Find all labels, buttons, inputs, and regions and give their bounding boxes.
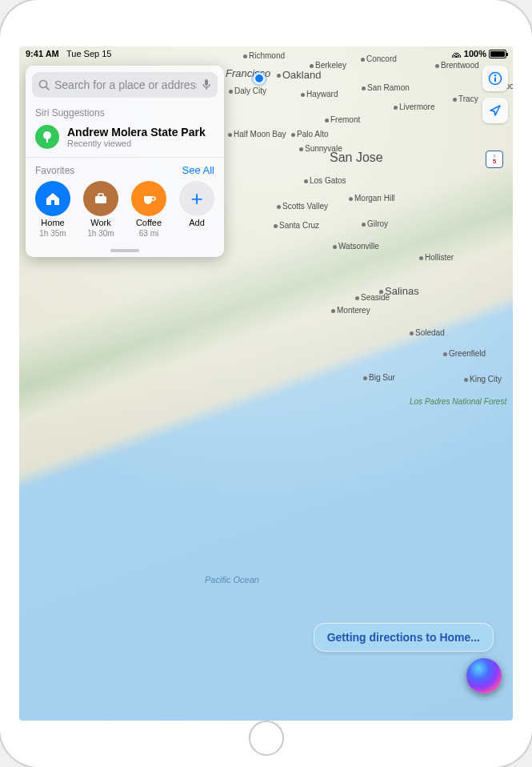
suggestion-row[interactable]: Andrew Molera State Park Recently viewed bbox=[26, 120, 224, 158]
city-soledad: Soledad bbox=[410, 328, 445, 337]
svg-rect-5 bbox=[205, 79, 208, 86]
ipad-frame: Richmond Berkeley Concord Brentwood Fran… bbox=[0, 0, 532, 767]
city-dalycity: Daly City bbox=[229, 86, 266, 95]
map-info-button[interactable] bbox=[482, 66, 508, 91]
work-icon bbox=[83, 181, 118, 216]
city-kingcity: King City bbox=[464, 375, 502, 384]
svg-rect-10 bbox=[98, 194, 103, 197]
city-paloalto: Palo Alto bbox=[291, 130, 328, 139]
city-losgatos: Los Gatos bbox=[304, 176, 346, 185]
favorites-see-all[interactable]: See All bbox=[182, 164, 214, 176]
add-icon: + bbox=[179, 181, 214, 216]
city-halfmoon: Half Moon Bay bbox=[228, 130, 286, 139]
city-sanramon: San Ramon bbox=[362, 83, 410, 92]
city-sanjose: San Jose bbox=[330, 151, 383, 165]
search-icon bbox=[38, 79, 50, 90]
highway-shield-icon: I 5 bbox=[486, 151, 503, 168]
city-morganhill: Morgan Hill bbox=[349, 194, 395, 203]
svg-point-7 bbox=[43, 131, 51, 139]
suggestion-subtitle: Recently viewed bbox=[67, 139, 206, 148]
favorite-add[interactable]: + Add bbox=[174, 181, 219, 238]
siri-suggestions-label: Siri Suggestions bbox=[26, 104, 224, 120]
forest-label: Los Padres National Forest bbox=[410, 397, 506, 406]
favorite-coffee[interactable]: Coffee 63 mi bbox=[126, 181, 171, 238]
svg-rect-8 bbox=[46, 139, 48, 143]
status-time: 9:41 AM bbox=[26, 49, 59, 58]
battery-percent: 100% bbox=[464, 49, 486, 58]
svg-rect-2 bbox=[494, 78, 496, 82]
search-field[interactable] bbox=[32, 72, 218, 98]
coffee-icon bbox=[131, 181, 166, 216]
city-watsonville: Watsonville bbox=[333, 242, 379, 251]
location-arrow-icon bbox=[488, 103, 502, 118]
siri-response-text: Getting directions to Home... bbox=[327, 631, 480, 644]
city-monterey: Monterey bbox=[331, 306, 370, 315]
home-icon bbox=[35, 181, 70, 216]
search-card: Siri Suggestions Andrew Molera State Par… bbox=[26, 66, 224, 257]
svg-point-1 bbox=[494, 74, 496, 76]
current-location-pin[interactable] bbox=[254, 73, 265, 84]
city-bigsur: Big Sur bbox=[363, 373, 395, 382]
city-santacruz: Santa Cruz bbox=[274, 221, 319, 230]
city-livermore: Livermore bbox=[394, 102, 434, 111]
card-grabber[interactable] bbox=[110, 249, 139, 252]
city-greenfield: Greenfield bbox=[443, 349, 486, 358]
city-tracy: Tracy bbox=[453, 94, 478, 103]
locate-me-button[interactable] bbox=[482, 98, 508, 123]
favorite-home[interactable]: Home 1h 35m bbox=[30, 181, 75, 238]
favorite-work[interactable]: Work 1h 30m bbox=[78, 181, 123, 238]
city-brentwood: Brentwood bbox=[435, 61, 479, 70]
siri-orb-icon[interactable] bbox=[466, 658, 502, 693]
dictation-icon[interactable] bbox=[202, 78, 211, 91]
city-scottsvalley: Scotts Valley bbox=[277, 202, 328, 211]
city-seaside: Seaside bbox=[355, 293, 390, 302]
park-icon bbox=[35, 125, 59, 149]
city-oakland: Oakland bbox=[277, 69, 321, 81]
svg-line-4 bbox=[46, 87, 50, 90]
city-hayward: Hayward bbox=[301, 90, 338, 98]
info-icon bbox=[488, 71, 502, 86]
home-button[interactable] bbox=[249, 721, 284, 756]
suggestion-title: Andrew Molera State Park bbox=[67, 126, 206, 139]
favorites-label: Favorites bbox=[35, 165, 74, 176]
city-hollister: Hollister bbox=[419, 253, 454, 262]
ocean-label: Pacific Ocean bbox=[205, 575, 259, 584]
status-bar: 9:41 AM Tue Sep 15 100% bbox=[19, 46, 513, 61]
city-fremont: Fremont bbox=[325, 115, 360, 124]
wifi-icon bbox=[451, 50, 462, 58]
screen: Richmond Berkeley Concord Brentwood Fran… bbox=[19, 46, 513, 721]
city-gilroy: Gilroy bbox=[362, 219, 388, 228]
battery-icon bbox=[489, 50, 506, 58]
siri-response-bubble[interactable]: Getting directions to Home... bbox=[314, 623, 494, 652]
search-input[interactable] bbox=[54, 78, 197, 91]
status-date: Tue Sep 15 bbox=[66, 49, 111, 58]
